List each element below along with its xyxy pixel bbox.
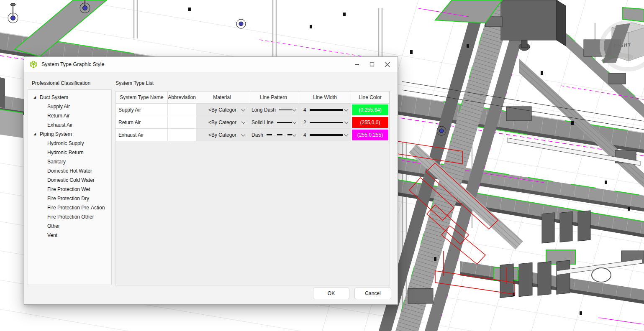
column-header[interactable]: Line Color [351,92,390,104]
ok-button[interactable]: OK [313,288,349,299]
abbreviation-cell[interactable] [168,116,196,129]
abbreviation-cell[interactable] [168,129,196,141]
dialog-titlebar[interactable]: System Type Graphic Style [24,57,398,72]
line-pattern-dropdown[interactable]: Dash [248,129,299,141]
tree-item-domestic-cold-water[interactable]: Domestic Cold Water [28,176,111,185]
maximize-button[interactable] [367,60,377,69]
duct-run-low[interactable] [460,250,644,304]
line-width-dropdown[interactable]: 4 [299,104,351,116]
line-pattern-preview [267,134,292,135]
system-type-graphic-style-dialog: System Type Graphic Style Professional C… [24,56,398,305]
column-header[interactable]: System Type Name [116,92,168,104]
line-width-dropdown[interactable]: 4 [299,129,351,141]
tree-item-sanitary[interactable]: Sanitary [28,157,111,166]
tree-item-fire-protection-wet[interactable]: Fire Protection Wet [28,185,111,194]
system-type-name-cell[interactable]: Return Air [116,116,168,129]
chevron-down-icon [292,132,297,136]
line-color-button[interactable]: (0,255,64) [352,104,388,115]
tree-item-fire-protection-other[interactable]: Fire Protection Other [28,212,111,222]
line-color-button[interactable]: (255,0,0) [352,117,388,128]
column-header[interactable]: Material [196,92,248,104]
chevron-down-icon [241,120,246,124]
tree-item-supply-air[interactable]: Supply Air [28,102,111,111]
minimize-button[interactable] [352,60,362,69]
chevron-down-icon [241,107,246,111]
line-color-button[interactable]: (255,0,255) [352,130,388,140]
chevron-down-icon [241,132,246,136]
column-header[interactable]: Line Pattern [248,92,299,104]
tree-item-hydronic-return[interactable]: Hydronic Return [28,148,111,157]
line-width-dropdown[interactable]: 2 [299,116,351,129]
tree-item-return-air[interactable]: Return Air [28,111,111,120]
line-pattern-preview [277,122,292,123]
tree-item-other[interactable]: Other [28,222,111,231]
material-dropdown[interactable]: <By Categor [196,104,248,116]
tree-item-piping-system[interactable]: ◢ Piping System [28,130,111,139]
tree-item-duct-system[interactable]: ◢ Duct System [28,93,111,102]
tree-item-domestic-hot-water[interactable]: Domestic Hot Water [28,166,111,176]
chevron-down-icon [344,120,349,124]
classification-tree: ◢ Duct System Supply Air Return Air Exha… [28,89,112,285]
tree-item-hydronic-supply[interactable]: Hydronic Supply [28,139,111,148]
line-color-cell: (255,0,255) [351,129,390,141]
tree-item-fire-protection-pre-action[interactable]: Fire Protection Pre-Action [28,203,111,212]
system-type-list-label: System Type List [115,80,154,86]
column-header[interactable]: Abbreviation [168,92,196,104]
material-dropdown[interactable]: <By Categor [196,116,248,129]
line-color-cell: (0,255,64) [351,104,390,116]
line-color-cell: (255,0,0) [351,116,390,129]
column-header[interactable]: Line Width [299,92,351,104]
close-button[interactable] [382,60,392,69]
chevron-down-icon [344,132,349,136]
chevron-down-icon [344,107,349,111]
tree-item-vent[interactable]: Vent [28,231,111,240]
material-dropdown[interactable]: <By Categor [196,129,248,141]
line-pattern-dropdown[interactable]: Solid Line [248,116,299,129]
line-pattern-dropdown[interactable]: Long Dash [248,104,299,116]
system-type-table: System Type Name Abbreviation Material L… [115,91,390,285]
system-type-name-cell[interactable]: Supply Air [116,104,168,116]
line-width-preview [310,109,343,111]
system-type-name-cell[interactable]: Exhaust Air [116,129,168,141]
line-width-preview [310,122,343,123]
dialog-title: System Type Graphic Style [41,61,105,67]
chevron-down-icon [292,107,297,111]
chevron-down-icon [292,120,297,124]
professional-classification-label: Professional Classification [32,80,90,86]
tree-item-fire-protection-dry[interactable]: Fire Protection Dry [28,194,111,203]
cancel-button[interactable]: Cancel [354,288,391,299]
expander-icon[interactable]: ◢ [33,132,38,136]
line-width-preview [310,134,343,136]
line-pattern-preview [279,109,292,110]
app-cube-icon [29,60,38,69]
expander-icon[interactable]: ◢ [33,96,38,99]
tree-item-exhaust-air[interactable]: Exhaust Air [28,120,111,130]
abbreviation-cell[interactable] [168,104,196,116]
